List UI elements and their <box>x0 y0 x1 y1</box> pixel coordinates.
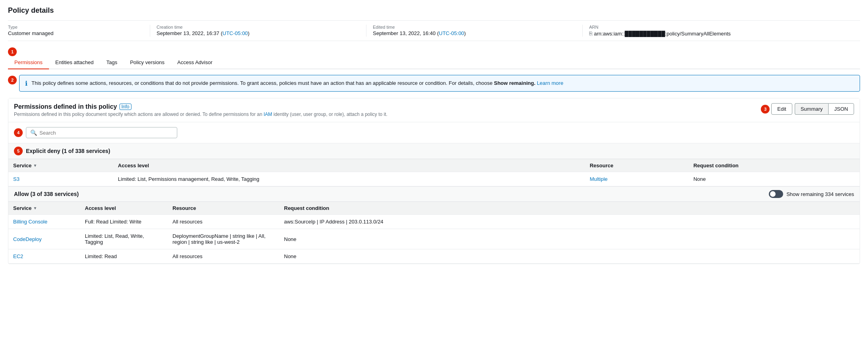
metadata-arn: ARN ⎘ arn:aws:iam::███████████:policy/Su… <box>583 25 860 37</box>
explicit-deny-label: Explicit deny (1 of 338 services) <box>26 148 110 154</box>
step-2-badge: 2 <box>8 76 17 84</box>
deny-s3-condition: None <box>689 172 860 186</box>
step-1-badge: 1 <box>8 47 17 56</box>
allow-row-ec2: EC2 Limited: Read All resources None <box>8 249 860 264</box>
arn-label: ARN <box>589 25 860 29</box>
info-banner: ℹ This policy defines some actions, reso… <box>19 75 860 92</box>
codedeploy-service: CodeDeploy <box>8 229 80 249</box>
allow-col-resource: Resource <box>168 202 279 215</box>
info-link[interactable]: Info <box>120 104 131 110</box>
allow-table: Service ▼ Access level Resource Request … <box>8 202 860 264</box>
allow-row-billing: Billing Console Full: Read Limited: Writ… <box>8 215 860 229</box>
tab-access-advisor[interactable]: Access Advisor <box>171 56 219 69</box>
deny-s3-service: S3 <box>8 172 113 186</box>
allow-col-access: Access level <box>80 202 168 215</box>
metadata-edited: Edited time September 13, 2022, 16:40 (U… <box>366 25 583 37</box>
tab-permissions[interactable]: Permissions <box>8 56 49 69</box>
deny-s3-access: Limited: List, Permissions management, R… <box>113 172 585 186</box>
billing-access: Full: Read Limited: Write <box>80 215 168 229</box>
explicit-deny-table: Service ▼ Access level Resource Request … <box>8 159 860 186</box>
iam-link[interactable]: IAM <box>264 112 272 117</box>
allow-label: Allow (3 of 338 services) <box>14 191 79 197</box>
search-input[interactable] <box>39 130 173 136</box>
multiple-link[interactable]: Multiple <box>590 176 607 182</box>
view-toggle: Summary JSON <box>795 103 854 115</box>
toggle-container: Show remaining 334 services <box>769 190 854 198</box>
type-label: Type <box>8 25 143 29</box>
step-3-badge: 3 <box>761 105 770 114</box>
metadata-creation: Creation time September 13, 2022, 16:37 … <box>150 25 366 37</box>
metadata-type: Type Customer managed <box>8 25 150 37</box>
tab-tags[interactable]: Tags <box>100 56 123 69</box>
tab-entities[interactable]: Entities attached <box>49 56 100 69</box>
deny-s3-resource: Multiple <box>585 172 688 186</box>
codedeploy-resource: DeploymentGroupName | string like | All,… <box>168 229 279 249</box>
billing-link[interactable]: Billing Console <box>13 219 47 225</box>
creation-utc-link[interactable]: UTC-05:00 <box>223 30 248 36</box>
s3-link[interactable]: S3 <box>13 176 20 182</box>
edited-label: Edited time <box>373 25 576 29</box>
edited-value: September 13, 2022, 16:40 (UTC-05:00) <box>373 30 576 36</box>
creation-value: September 13, 2022, 16:37 (UTC-05:00) <box>157 30 360 36</box>
copy-icon[interactable]: ⎘ <box>589 30 592 37</box>
info-circle-icon: ℹ <box>25 80 27 87</box>
edit-button[interactable]: Edit <box>771 103 792 115</box>
permissions-subtitle: Permissions defined in this policy docum… <box>14 112 388 117</box>
summary-button[interactable]: Summary <box>795 103 829 115</box>
tab-policy-versions[interactable]: Policy versions <box>123 56 171 69</box>
ec2-link[interactable]: EC2 <box>13 253 23 259</box>
learn-more-link[interactable]: Learn more <box>537 80 563 86</box>
ec2-condition: None <box>279 249 860 264</box>
metadata-bar: Type Customer managed Creation time Sept… <box>8 20 860 41</box>
codedeploy-condition: None <box>279 229 860 249</box>
tabs-container: Permissions Entities attached Tags Polic… <box>8 56 860 69</box>
billing-condition: aws:SourceIp | IP Address | 203.0.113.0/… <box>279 215 860 229</box>
arn-value: ⎘ arn:aws:iam::███████████:policy/Summar… <box>589 30 860 37</box>
deny-row-s3: S3 Limited: List, Permissions management… <box>8 172 860 186</box>
billing-resource: All resources <box>168 215 279 229</box>
search-icon: 🔍 <box>30 129 37 136</box>
page-title-text: Policy details <box>8 6 54 15</box>
service-sort-icon: ▼ <box>33 163 37 168</box>
codedeploy-access: Limited: List, Read, Write, Tagging <box>80 229 168 249</box>
ec2-resource: All resources <box>168 249 279 264</box>
allow-col-condition: Request condition <box>279 202 860 215</box>
billing-service: Billing Console <box>8 215 80 229</box>
toggle-switch[interactable] <box>769 190 783 198</box>
allow-service-sort-icon: ▼ <box>33 206 37 210</box>
deny-col-access: Access level <box>113 159 585 172</box>
step-4-badge: 4 <box>14 128 23 137</box>
explicit-deny-section: 5 Explicit deny (1 of 338 services) Serv… <box>8 143 860 186</box>
page-title: Policy details <box>8 6 860 15</box>
json-button[interactable]: JSON <box>828 103 854 115</box>
edited-utc-link[interactable]: UTC-05:00 <box>439 30 464 36</box>
deny-col-condition: Request condition <box>689 159 860 172</box>
explicit-deny-header-row: Service ▼ Access level Resource Request … <box>8 159 860 172</box>
toggle-label: Show remaining 334 services <box>786 191 854 197</box>
ec2-service: EC2 <box>8 249 80 264</box>
deny-col-resource: Resource <box>585 159 688 172</box>
step-5-badge: 5 <box>14 147 23 155</box>
permissions-section-title: Permissions defined in this policy <box>14 103 117 110</box>
allow-section-header: Allow (3 of 338 services) Show remaining… <box>8 186 860 202</box>
info-banner-text: This policy defines some actions, resour… <box>31 79 563 87</box>
allow-row-codedeploy: CodeDeploy Limited: List, Read, Write, T… <box>8 229 860 249</box>
ec2-access: Limited: Read <box>80 249 168 264</box>
search-container: 🔍 <box>26 127 177 138</box>
creation-label: Creation time <box>157 25 360 29</box>
allow-header-row: Service ▼ Access level Resource Request … <box>8 202 860 215</box>
type-value: Customer managed <box>8 30 143 36</box>
allow-col-service: Service ▼ <box>8 202 80 215</box>
codedeploy-link[interactable]: CodeDeploy <box>13 236 42 242</box>
allow-section: Allow (3 of 338 services) Show remaining… <box>8 186 860 264</box>
deny-col-service: Service ▼ <box>8 159 113 172</box>
